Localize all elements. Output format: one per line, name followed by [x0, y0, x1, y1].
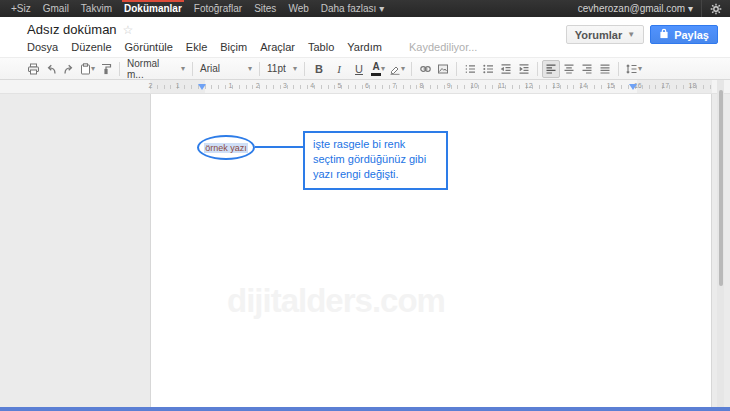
ruler-number: 11	[478, 82, 505, 89]
lock-icon	[659, 28, 669, 41]
ruler-number: 9	[423, 82, 450, 89]
left-indent-marker[interactable]	[198, 84, 206, 90]
document-canvas: dijitalders.com örnek yazı işte rasgele …	[0, 94, 730, 407]
menu-item[interactable]: Düzenle	[71, 41, 111, 53]
undo-icon	[45, 63, 57, 75]
menu-item[interactable]: Dosya	[27, 41, 58, 53]
undo-button[interactable]	[42, 60, 60, 78]
styles-dropdown[interactable]: Normal m...▾	[124, 60, 188, 78]
topbar-link[interactable]: Fotoğraflar	[188, 0, 248, 17]
print-button[interactable]	[24, 60, 42, 78]
numbered-list-icon	[464, 63, 476, 75]
insert-link-button[interactable]	[416, 60, 434, 78]
menu-item[interactable]: Biçim	[220, 41, 247, 53]
bold-label: B	[311, 63, 327, 75]
font-value: Arial	[200, 63, 220, 74]
line-spacing-button[interactable]: ▾	[623, 60, 644, 78]
increase-indent-icon	[518, 63, 530, 75]
account-menu[interactable]: cevherozan@gmail.com ▾	[570, 0, 701, 17]
insert-image-icon	[437, 63, 449, 75]
italic-button[interactable]: I	[329, 60, 349, 78]
ruler-number: 13	[533, 82, 560, 89]
google-black-bar: +SizGmailTakvimDokümanlarFotoğraflarSite…	[0, 0, 730, 17]
web-clipboard-icon	[80, 63, 91, 75]
toolbar-separator	[411, 62, 412, 76]
font-size-dropdown[interactable]: 11pt▾	[264, 60, 300, 78]
align-left-button[interactable]	[542, 60, 560, 78]
align-left-icon	[545, 63, 557, 75]
menu-item[interactable]: Görüntüle	[125, 41, 173, 53]
menu-item[interactable]: Ekle	[186, 41, 207, 53]
highlight-color-button[interactable]: ▾	[387, 60, 407, 78]
increase-indent-button[interactable]	[515, 60, 533, 78]
toolbar-separator	[537, 62, 538, 76]
topbar-link[interactable]: Daha fazlası ▾	[315, 0, 390, 17]
italic-label: I	[331, 63, 347, 75]
topbar-link[interactable]: Sites	[248, 0, 282, 17]
chevron-down-icon: ▾	[381, 65, 385, 73]
justify-button[interactable]	[596, 60, 614, 78]
font-dropdown[interactable]: Arial▾	[197, 60, 255, 78]
ruler-number: 7	[369, 82, 396, 89]
topbar-link[interactable]: Dokümanlar	[118, 0, 188, 17]
bullet-list-button[interactable]	[479, 60, 497, 78]
ruler-number: 2	[125, 82, 152, 89]
line-spacing-icon	[625, 63, 638, 75]
styles-value: Normal m...	[127, 58, 177, 80]
document-page[interactable]: dijitalders.com örnek yazı işte rasgele …	[150, 94, 712, 407]
topbar-link[interactable]: Gmail	[37, 0, 75, 17]
numbered-list-button[interactable]	[461, 60, 479, 78]
highlight-color-icon	[389, 63, 401, 75]
bullet-list-icon	[482, 63, 494, 75]
menu-item[interactable]: Araçlar	[260, 41, 295, 53]
ruler-number: 10	[451, 82, 478, 89]
text-color-icon: A	[371, 62, 381, 76]
annotation-ellipse: örnek yazı	[197, 135, 255, 160]
align-center-icon	[563, 63, 575, 75]
topbar-link[interactable]: +Siz	[5, 0, 37, 17]
save-status: Kaydediliyor...	[409, 41, 477, 53]
chevron-down-icon: ▾	[248, 65, 252, 73]
ruler-number: 2	[232, 82, 259, 89]
chevron-down-icon: ▾	[401, 65, 405, 73]
comments-button[interactable]: Yorumlar ▼	[566, 25, 644, 44]
watermark: dijitalders.com	[227, 282, 445, 320]
document-title[interactable]: Adsız doküman	[27, 22, 117, 37]
menu-item[interactable]: Tablo	[308, 41, 334, 53]
share-button[interactable]: Paylaş	[650, 25, 718, 44]
underline-button[interactable]: U	[349, 60, 369, 78]
right-indent-marker[interactable]	[629, 84, 637, 90]
gear-icon[interactable]	[701, 0, 730, 17]
bottom-blue-bar	[0, 407, 730, 411]
redo-button[interactable]	[60, 60, 78, 78]
toolbar-separator	[192, 62, 193, 76]
web-clipboard-button[interactable]: ▾	[78, 60, 97, 78]
decrease-indent-button[interactable]	[497, 60, 515, 78]
insert-link-icon	[419, 63, 432, 75]
text-color-button[interactable]: A▾	[369, 60, 387, 78]
callout-text: işte rasgele bi renk seçtim gördüğünüz g…	[313, 137, 438, 182]
redo-icon	[63, 63, 75, 75]
formatting-toolbar: ▾ Normal m...▾ Arial▾ 11pt▾ B I U A▾ ▾ ▾	[0, 57, 730, 80]
align-right-button[interactable]	[578, 60, 596, 78]
menu-item[interactable]: Yardım	[347, 41, 382, 53]
print-icon	[27, 63, 40, 75]
insert-image-button[interactable]	[434, 60, 452, 78]
circled-text[interactable]: örnek yazı	[204, 143, 248, 153]
topbar-link[interactable]: Web	[282, 0, 314, 17]
justify-icon	[599, 63, 611, 75]
annotation-callout-box: işte rasgele bi renk seçtim gördüğünüz g…	[303, 131, 448, 190]
chevron-down-icon: ▾	[638, 65, 642, 73]
paint-format-icon	[100, 63, 112, 75]
toolbar-separator	[259, 62, 260, 76]
ruler-number: 14	[560, 82, 587, 89]
ruler-number: 18	[669, 82, 696, 89]
scrollbar-thumb[interactable]	[719, 90, 723, 286]
topbar-link[interactable]: Takvim	[75, 0, 118, 17]
align-center-button[interactable]	[560, 60, 578, 78]
star-icon[interactable]: ☆	[123, 24, 134, 36]
horizontal-ruler: 21 123456789101112131415161718	[0, 80, 730, 94]
bold-button[interactable]: B	[309, 60, 329, 78]
paint-format-button[interactable]	[97, 60, 115, 78]
ruler-number: 8	[396, 82, 423, 89]
